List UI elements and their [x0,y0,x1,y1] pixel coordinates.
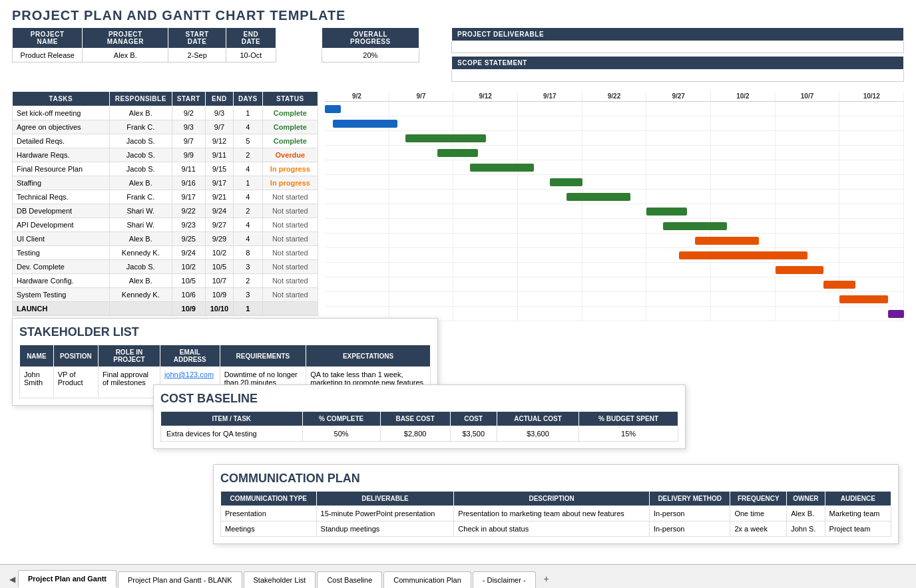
task-end: 10/2 [205,246,233,260]
cost-actual-cost: $3,600 [497,426,578,442]
tasks-col-start: START [172,92,205,106]
tab-nav-left[interactable]: ◀ [7,571,18,588]
gantt-bar [663,222,728,230]
scope-label: SCOPE STATEMENT [452,57,904,70]
sh-col-header: NAME [20,345,54,367]
gantt-bar [823,281,855,289]
sh-role: Final approval of milestones [98,367,160,398]
sh-col-header: EMAIL ADDRESS [160,345,220,367]
col-end-date: END DATE [226,28,276,49]
gantt-bar [405,134,486,142]
content-area: TASKS RESPONSIBLE START END DAYS STATUS … [0,91,916,321]
task-end: 10/10 [205,302,233,316]
gantt-date: 9/12 [453,91,518,101]
tab-item[interactable]: Project Plan and Gantt - BLANK [118,571,242,588]
tab-add-button[interactable]: + [537,569,556,588]
task-responsible: Kennedy K. [109,246,172,260]
task-name: Hardware Config. [13,274,110,288]
task-name: Technical Reqs. [13,190,110,204]
project-info-table: PROJECT NAME PROJECT MANAGER START DATE … [12,27,276,82]
task-row: Final Resource Plan Jacob S. 9/11 9/15 4… [13,162,318,176]
tab-item[interactable]: Communication Plan [383,571,471,588]
comm-type: Presentation [221,506,317,521]
gantt-row [325,190,904,204]
cost-pct-budget: 15% [579,426,678,442]
gantt-row [325,248,904,263]
stakeholder-title: STAKEHOLDER LIST [19,325,431,339]
tab-item[interactable]: Cost Baseline [317,571,382,588]
gantt-row [325,277,904,292]
task-start: 9/7 [172,134,205,148]
overall-progress-label: OVERALL PROGRESS [322,28,419,49]
tabs-container: Project Plan and GanttProject Plan and G… [18,570,537,588]
task-days: 2 [234,204,263,218]
task-start: 10/5 [172,274,205,288]
project-name-value: Product Release [13,49,83,63]
comm-table: COMMUNICATION TYPEDELIVERABLEDESCRIPTION… [220,491,891,537]
task-row: Staffing Alex B. 9/16 9/17 1 In progress [13,176,318,190]
task-end: 9/29 [205,232,233,246]
task-row: Set kick-off meeting Alex B. 9/2 9/3 1 C… [13,106,318,120]
overall-progress-value: 20% [322,49,419,63]
task-status: Complete [262,120,318,134]
right-info: PROJECT DELIVERABLE SCOPE STATEMENT [451,27,904,82]
cost-item: Extra devices for QA testing [161,426,303,442]
task-end: 9/15 [205,162,233,176]
task-name: Dev. Complete [13,260,110,274]
task-status: Not started [262,232,318,246]
comm-frequency: 2x a week [730,521,787,537]
task-row: Agree on objectives Frank C. 9/3 9/7 4 C… [13,120,318,134]
task-row: Testing Kennedy K. 9/24 10/2 8 Not start… [13,246,318,260]
task-row: Detailed Reqs. Jacob S. 9/7 9/12 5 Compl… [13,134,318,148]
tab-item[interactable]: - Disclaimer - [473,571,536,588]
tasks-col-responsible: RESPONSIBLE [109,92,172,106]
sh-col-header: ROLE IN PROJECT [98,345,160,367]
task-status: In progress [262,162,318,176]
task-start: 9/11 [172,162,205,176]
cost-col-header: ACTUAL COST [497,412,578,426]
gantt-row [325,175,904,190]
cost-row: Extra devices for QA testing 50% $2,800 … [161,426,678,442]
col-project-name: PROJECT NAME [13,28,83,49]
top-section: PROJECT NAME PROJECT MANAGER START DATE … [0,27,916,82]
comm-deliverable: Standup meetings [316,521,454,537]
comm-col-header: DELIVERABLE [316,492,454,506]
tab-item[interactable]: Project Plan and Gantt [18,570,116,588]
comm-audience: Project team [825,521,891,537]
task-start: 9/3 [172,120,205,134]
cost-cost: $3,500 [450,426,497,442]
comm-frequency: One time [730,506,787,521]
end-date-value: 10-Oct [226,49,276,63]
gantt-bar [695,237,760,245]
task-status: Not started [262,288,318,302]
task-name: Staffing [13,176,110,190]
gantt-date: 9/27 [646,91,711,101]
gantt-bar [333,120,397,128]
gantt-row [325,233,904,248]
task-responsible: Jacob S. [109,134,172,148]
tasks-col-days: DAYS [234,92,263,106]
task-start: 10/6 [172,288,205,302]
gantt-container: 9/29/79/129/179/229/2710/210/710/12 [325,91,904,321]
gantt-rows [325,102,904,321]
task-status: Not started [262,190,318,204]
task-days: 3 [234,288,263,302]
comm-row: Meetings Standup meetings Check in about… [221,521,891,537]
comm-description: Check in about status [454,521,650,537]
gantt-date: 9/7 [389,91,454,101]
task-responsible: Kennedy K. [109,288,172,302]
task-end: 9/11 [205,148,233,162]
gantt-bar [550,178,582,186]
task-days: 2 [234,148,263,162]
gantt-bar [567,193,631,201]
comm-method: In-person [649,521,730,537]
task-days: 4 [234,120,263,134]
task-row: API Development Shari W. 9/23 9/27 4 Not… [13,218,318,232]
tasks-section: TASKS RESPONSIBLE START END DAYS STATUS … [12,91,318,321]
sh-position: VP of Product [53,367,98,398]
comm-method: In-person [649,506,730,521]
sh-col-header: REQUIREMENTS [220,345,306,367]
task-responsible: Shari W. [109,218,172,232]
tab-item[interactable]: Stakeholder List [244,571,316,588]
gantt-date: 9/22 [582,91,647,101]
